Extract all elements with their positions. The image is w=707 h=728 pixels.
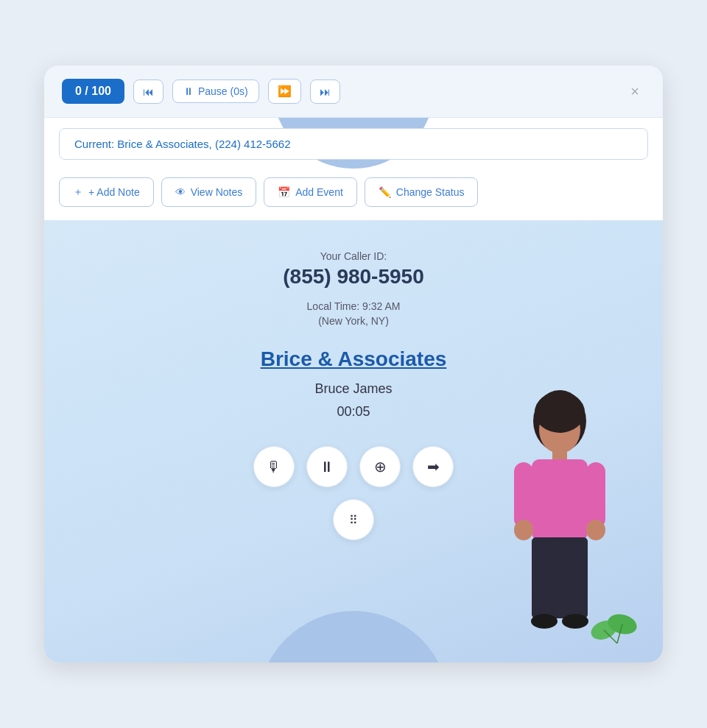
svg-point-6 bbox=[514, 520, 533, 540]
add-call-button[interactable]: ⊕ bbox=[359, 446, 401, 487]
person-illustration bbox=[501, 383, 619, 633]
svg-rect-10 bbox=[532, 537, 557, 618]
plus-icon: ＋ bbox=[73, 185, 83, 199]
add-event-label: Add Event bbox=[295, 186, 343, 198]
local-time: Local Time: 9:32 AM bbox=[66, 300, 641, 312]
current-label: Current: bbox=[74, 138, 114, 150]
add-note-label: + Add Note bbox=[88, 186, 140, 198]
svg-rect-4 bbox=[532, 459, 588, 540]
leaf-illustration bbox=[589, 608, 641, 648]
caller-id-number: (855) 980-5950 bbox=[66, 265, 641, 289]
add-event-button[interactable]: 📅 Add Event bbox=[264, 177, 357, 207]
microphone-icon: 🎙 bbox=[267, 459, 281, 476]
location: (New York, NY) bbox=[66, 315, 641, 327]
rewind-icon: ⏮ bbox=[143, 85, 154, 98]
keypad-button[interactable]: ⠿ bbox=[333, 499, 374, 540]
tag-icon: ✏️ bbox=[379, 186, 391, 198]
fast-forward-button[interactable]: ⏩ bbox=[268, 79, 301, 104]
pause-label: Pause (0s) bbox=[198, 85, 248, 97]
view-notes-label: View Notes bbox=[191, 186, 243, 198]
caller-id-label: Your Caller ID: bbox=[66, 250, 641, 262]
svg-point-8 bbox=[586, 520, 605, 540]
company-name[interactable]: Brice & Associates bbox=[66, 347, 641, 371]
main-content: Your Caller ID: (855) 980-5950 Local Tim… bbox=[44, 221, 663, 662]
change-status-button[interactable]: ✏️ Change Status bbox=[365, 177, 479, 207]
svg-point-13 bbox=[562, 614, 588, 629]
pause-icon: ⏸ bbox=[183, 85, 194, 97]
hold-button[interactable]: ⏸ bbox=[306, 446, 348, 487]
pause-button[interactable]: ⏸ Pause (0s) bbox=[172, 79, 259, 103]
calendar-icon: 📅 bbox=[278, 186, 290, 198]
progress-badge: 0 / 100 bbox=[62, 79, 124, 104]
close-button[interactable]: × bbox=[625, 80, 645, 103]
change-status-label: Change Status bbox=[396, 186, 465, 198]
view-notes-button[interactable]: 👁 View Notes bbox=[161, 177, 257, 207]
current-value: Brice & Associates, (224) 412-5662 bbox=[117, 138, 290, 150]
top-bar: 0 / 100 ⏮ ⏸ Pause (0s) ⏩ ⏭ × bbox=[44, 66, 663, 118]
eye-icon: 👁 bbox=[175, 186, 186, 198]
svg-rect-11 bbox=[563, 537, 588, 618]
transfer-icon: ➡ bbox=[427, 458, 440, 476]
svg-rect-5 bbox=[514, 462, 533, 529]
keypad-icon: ⠿ bbox=[349, 513, 358, 527]
skip-end-icon: ⏭ bbox=[320, 85, 331, 98]
pause-call-icon: ⏸ bbox=[320, 459, 334, 476]
svg-point-12 bbox=[531, 614, 557, 629]
svg-rect-7 bbox=[586, 462, 605, 529]
mute-button[interactable]: 🎙 bbox=[253, 446, 295, 487]
rewind-button[interactable]: ⏮ bbox=[133, 79, 163, 104]
main-card: 0 / 100 ⏮ ⏸ Pause (0s) ⏩ ⏭ × Current: Br… bbox=[44, 66, 663, 662]
fast-forward-icon: ⏩ bbox=[278, 85, 292, 98]
add-circle-icon: ⊕ bbox=[374, 458, 387, 476]
current-contact-bar: Current: Brice & Associates, (224) 412-5… bbox=[59, 128, 648, 160]
skip-end-button[interactable]: ⏭ bbox=[310, 79, 340, 104]
svg-rect-3 bbox=[552, 449, 567, 461]
transfer-button[interactable]: ➡ bbox=[412, 446, 454, 487]
action-bar: ＋ + Add Note 👁 View Notes 📅 Add Event ✏️… bbox=[44, 170, 663, 221]
svg-point-2 bbox=[535, 392, 585, 433]
add-note-button[interactable]: ＋ + Add Note bbox=[59, 177, 154, 207]
